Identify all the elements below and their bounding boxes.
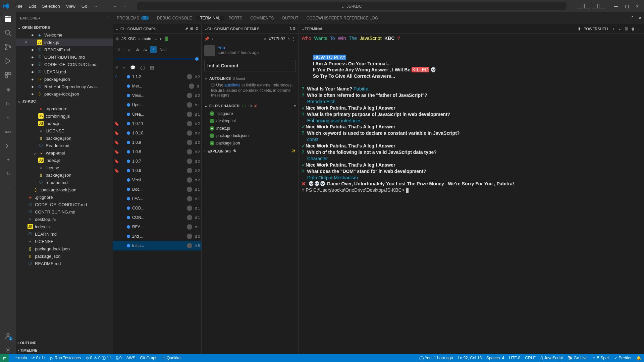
tree-item[interactable]: JSindex.js [16,157,113,164]
changed-file[interactable]: +package.json [204,139,296,147]
terminal-dropdown-icon[interactable]: ⌄ [618,26,621,31]
scm-branch[interactable]: ⑂ main [15,356,27,360]
open-editor-item[interactable]: ●ⓘCODE_OF_CONDUCT.md [16,61,113,68]
maximize-icon[interactable]: ▢ [623,2,631,10]
graph-icon[interactable]: ⑃ [287,37,290,41]
tree-item[interactable]: ≡LICENSE [16,238,113,245]
gear-icon[interactable]: ⚙ [292,26,296,31]
panel-tab[interactable]: PROBLEMS11 [113,16,153,20]
more-icon[interactable]: ··· [638,27,641,31]
changed-file[interactable]: +.gitignore [204,110,296,117]
minimize-icon[interactable]: — [612,2,620,10]
open-editor-item[interactable]: ●⬡Red Hat Dependency Ana... [16,83,113,90]
activity-gitlens-icon[interactable]: ◉ [4,85,12,93]
activity-run-icon[interactable] [4,57,12,65]
prettier-status[interactable]: ✓ Prettier [614,356,632,360]
commit-row[interactable]: 🔖1.0.11🗎2 [113,119,201,128]
search-icon[interactable]: ⌕ [126,46,132,53]
tree-item[interactable]: {}package.json [16,252,113,260]
tree-item[interactable]: JSindex.js [16,223,113,230]
tree-item[interactable]: ⓘCODE_OF_CONDUCT.md [16,201,113,208]
commit-row[interactable]: CON...🗎1 [113,213,201,222]
tree-item[interactable]: {}package-lock.json [16,245,113,252]
activity-scm-icon[interactable] [4,43,12,51]
repo-name[interactable]: JS-KBC [121,37,136,41]
layout-sidebar-left-icon[interactable] [577,4,583,8]
activity-more-icon[interactable]: ··· [4,184,12,192]
open-editor-item[interactable]: ●{}package-lock.json [16,90,113,98]
menu-go[interactable]: Go [79,2,90,10]
commit-row[interactable]: 🔖1.0.6🗎2 [113,166,201,175]
tree-item[interactable]: JSindex.js [16,120,113,127]
commit-row[interactable]: ✓1.1.2🗎2 [113,72,201,81]
activity-aws-icon[interactable]: aws [4,127,12,135]
panel-tab[interactable]: CODEWHISPERER REFERENCE LOG [303,16,382,20]
remote-button[interactable]: ⇄ [0,354,9,362]
open-editor-item[interactable]: ●◆Welcome [16,31,113,39]
activity-explorer-icon[interactable] [0,15,16,23]
tree-item[interactable]: {}package.json [16,171,113,179]
panel-tab[interactable]: PORTS [224,16,246,20]
regex-icon[interactable]: .* [150,46,157,53]
changed-file[interactable]: +index.js [204,125,296,132]
section-project[interactable]: ⌄ JS-KBC [16,98,113,105]
activity-account-icon[interactable]: 1 [4,332,12,340]
match-whole-icon[interactable]: Aa [142,46,149,53]
list-view-icon[interactable]: ≡ [294,104,296,108]
changed-file[interactable]: +package-lock.json [204,132,296,139]
commit-row[interactable]: 🔖1.0.8🗎2 [113,147,201,157]
sync-status[interactable]: ⟳ 0↓ 1↑ [32,356,46,360]
commit-row[interactable]: Versi...🗎2 [113,91,201,100]
tree-item[interactable]: ⓘCONTRIBUTING.md [16,208,113,216]
commit-row[interactable]: LEA...🗎1 [113,194,201,203]
commit-row[interactable]: 🔖1.0.9🗎2 [113,138,201,147]
commit-row[interactable]: Versi...🗎2 [113,175,201,185]
gear-icon[interactable]: ⚙ [195,26,199,31]
tree-item[interactable]: ≡LICENSE [16,127,113,134]
panel-tab[interactable]: OUTPUT [278,16,302,20]
author-icon[interactable]: ◯ [140,65,145,70]
tree-item[interactable]: ◈.npmignore [16,105,113,112]
activity-test-icon[interactable]: ▷ [4,99,12,107]
comment-icon[interactable]: 💬 [130,65,136,70]
panel-tab[interactable]: DEBUG CONSOLE [153,16,196,20]
commit-row[interactable]: Crea...🗎1 [113,110,201,119]
shell-name[interactable]: powershell [584,27,609,31]
cursor-position[interactable]: Ln 92, Col 18 [458,356,482,360]
layout-panel-icon[interactable] [584,4,590,8]
open-editor-icon[interactable]: ⬈ [185,26,188,31]
close-icon[interactable]: ✕ [634,2,641,10]
nav-back-icon[interactable]: ← [113,4,117,9]
command-center[interactable]: ⌕ JS-KBC [137,2,567,10]
files-changed-section[interactable]: ⌄ FILES CHANGED +5 ~0 -0 ≡ [202,102,299,110]
commit-row[interactable]: 2nd ...🗎2 [113,232,201,241]
tree-item[interactable]: ⓘLEARN.md [16,230,113,238]
tree-item[interactable]: {}package.json [16,134,113,142]
new-terminal-icon[interactable]: + [612,27,614,31]
panel-tab[interactable]: COMMENTS [246,16,278,20]
commit-hash[interactable]: 4777b92 [268,37,285,41]
layout-sidebar-right-icon[interactable] [592,4,598,8]
split-terminal-icon[interactable]: ▥ [625,26,628,31]
more-icon[interactable]: ⋮ [292,37,296,41]
terminal-output[interactable]: Who Wants To Win The JavaScript KBC ? HO… [299,34,644,354]
tree-item[interactable]: ≡desktop.ini [16,216,113,223]
panel-close-icon[interactable]: ✕ [636,14,644,22]
tree-item[interactable]: ⓘReadme.md [16,142,113,149]
sidebar-more-icon[interactable]: ··· [106,16,109,20]
tree-item[interactable]: ⌄ ▸wrap-ansi [16,149,113,157]
changed-file[interactable]: +desktop.ini [204,117,296,125]
autolinks-link[interactable]: autolinks [224,83,240,87]
tree-item[interactable]: {}.package-lock.json [16,186,113,193]
nav-forward-icon[interactable]: → [122,4,127,9]
activity-extensions-icon[interactable] [4,71,12,79]
commit-row[interactable]: 🔖1.0.10🗎2 [113,128,201,138]
language-mode[interactable]: {} JavaScript [540,356,563,360]
commit-row[interactable]: Initia...🗎5 [113,241,201,250]
sparkle-icon[interactable]: ✨ [291,149,296,153]
activity-sync-icon[interactable]: ↻ [4,170,12,178]
menu-file[interactable]: File [13,2,25,10]
problems-status[interactable]: ⊘ 0 ⚠ 0 ⓘ 11 [86,355,111,361]
section-timeline[interactable]: › TIMELINE [16,347,113,354]
commit-row[interactable]: 🔖1.0.7🗎2 [113,157,201,166]
